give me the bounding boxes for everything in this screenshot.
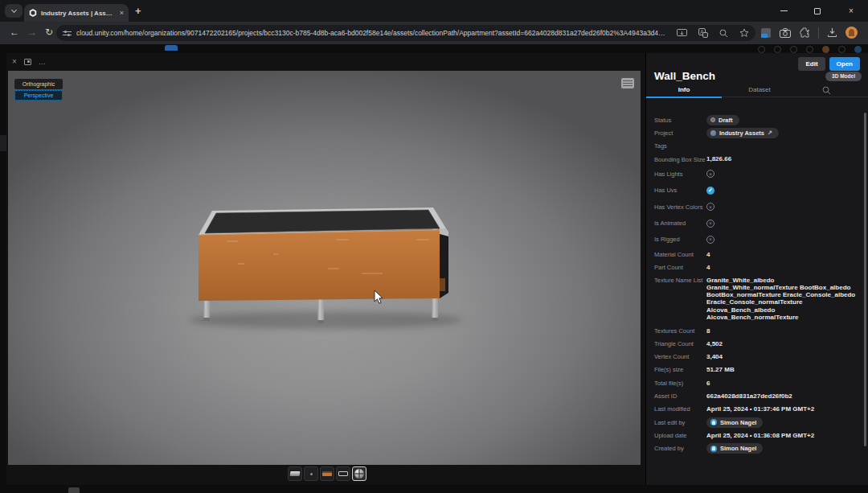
user-avatar-icon (710, 419, 717, 425)
modal-close-icon[interactable]: × (12, 58, 17, 66)
render-mode-matcap-button[interactable] (352, 466, 366, 481)
new-tab-button[interactable]: + (135, 5, 141, 17)
background-header-icons (758, 46, 862, 53)
forward-button[interactable]: → (27, 27, 37, 38)
field-row-project: ProjectIndustry Assets↗ (654, 126, 859, 139)
project-icon (710, 130, 716, 136)
field-label-last-edit-by: Last edit by (654, 419, 706, 426)
field-row-tags: Tags (654, 140, 859, 153)
field-label-is-rigged: Is Rigged (654, 236, 706, 243)
edit-button[interactable]: Edit (798, 57, 825, 71)
back-button[interactable]: ← (10, 27, 19, 38)
status-badge: Draft (706, 115, 739, 125)
render-mode-wireframe-button[interactable] (336, 466, 350, 481)
maximize-icon (814, 8, 821, 14)
render-mode-points-button[interactable] (304, 466, 318, 481)
tab-info[interactable]: Info (646, 84, 722, 97)
extension-bookmarks-icon[interactable] (760, 27, 772, 39)
wall-bench-model[interactable] (8, 71, 641, 465)
x-circle-icon: × (706, 220, 714, 228)
render-mode-albedo-button[interactable] (320, 466, 334, 481)
url-bar[interactable]: cloud.unity.com/home/organizations/90714… (56, 25, 755, 41)
field-label-tags: Tags (654, 142, 706, 150)
site-settings-icon[interactable] (63, 30, 72, 37)
matcap-icon (354, 469, 364, 479)
field-row-has-lights: Has Lights× (654, 166, 859, 182)
mouse-cursor (374, 290, 384, 305)
browser-tab-strip: Industry Assets | Assets | Unity × + × (0, 0, 868, 22)
window-minimize-button[interactable] (767, 0, 800, 22)
open-project-icon: ↗ (768, 129, 772, 136)
field-label-total-file-s: Total file(s) (654, 380, 706, 387)
expand-icon[interactable] (24, 59, 31, 65)
field-label-is-animated: Is Animated (654, 220, 706, 227)
viewport-3d[interactable]: OrthographicPerspective (8, 71, 641, 465)
field-row-textures-count: Textures Count8 (654, 324, 859, 337)
field-label-upload-date: Upload date (654, 432, 706, 439)
panel-search-icon[interactable] (822, 86, 831, 95)
translate-icon[interactable]: A (698, 28, 708, 38)
open-button[interactable]: Open (829, 57, 860, 71)
field-row-has-vertex-colors: Has Vertex Colors× (654, 199, 859, 215)
extension-camera-icon[interactable] (780, 28, 791, 38)
field-row-part-count: Part Count4 (654, 261, 859, 273)
render-mode-shaded-button[interactable] (288, 466, 302, 481)
window-maximize-button[interactable] (800, 0, 834, 22)
background-header-icon (838, 46, 845, 53)
field-row-last-edit-by: Last edit bySimon Nagel (654, 416, 859, 429)
panel-scrollbar[interactable] (864, 113, 866, 446)
downloads-icon[interactable] (827, 27, 837, 38)
window-close-button[interactable]: × (834, 0, 868, 22)
tab-title: Industry Assets | Assets | Unity (41, 10, 116, 17)
more-options-icon[interactable]: … (39, 58, 47, 66)
field-label-material-count: Material Count (654, 251, 706, 258)
asset-type-badge: 3D Model (825, 72, 862, 81)
browser-profile-avatar[interactable] (845, 27, 858, 39)
field-label-part-count: Part Count (654, 264, 706, 271)
background-header-icon (790, 46, 797, 53)
panel-tabs: InfoDataset (646, 84, 868, 97)
url-text[interactable]: cloud.unity.com/home/organizations/90714… (76, 29, 665, 37)
project-badge[interactable]: Industry Assets↗ (706, 128, 779, 138)
window-controls: × (767, 0, 868, 22)
field-value-vertex-count: 3,404 (706, 353, 723, 360)
field-label-vertex-count: Vertex Count (654, 353, 706, 360)
reload-button[interactable]: ↻ (45, 27, 53, 38)
tab-search-button[interactable] (5, 4, 23, 18)
browser-tab-active[interactable]: Industry Assets | Assets | Unity × (24, 4, 129, 22)
x-circle-icon: × (706, 203, 714, 211)
background-bottom-partial (68, 487, 80, 493)
background-user-avatar (854, 46, 862, 53)
unity-favicon-icon (29, 9, 37, 17)
field-row-upload-date: Upload dateApril 25, 2024 • 01:36:08 PM … (654, 429, 859, 442)
field-label-created-by: Created by (654, 445, 706, 452)
extensions-puzzle-icon[interactable] (799, 27, 810, 39)
check-circle-icon: ✓ (706, 187, 714, 195)
field-label-has-uvs: Has Uvs (654, 187, 706, 194)
field-row-file-s-size: File(s) size51.27 MB (654, 364, 859, 376)
wireframe-icon (338, 471, 348, 476)
cast-save-icon[interactable] (677, 29, 687, 38)
field-value-file-s-size: 51.27 MB (706, 366, 735, 373)
tab-dataset[interactable]: Dataset (722, 84, 797, 97)
background-header-icon (758, 46, 765, 53)
field-row-created-by: Created bySimon Nagel (654, 442, 859, 455)
field-row-has-uvs: Has Uvs✓ (654, 183, 859, 199)
field-label-has-vertex-colors: Has Vertex Colors (654, 203, 706, 211)
field-row-is-animated: Is Animated× (654, 215, 859, 231)
field-value-material-count: 4 (706, 251, 710, 258)
background-header-icon (806, 46, 813, 53)
tab-close-icon[interactable]: × (120, 10, 124, 17)
bench-granite-top (205, 210, 440, 233)
field-value-textures-count: 8 (706, 327, 710, 335)
bookmark-star-icon[interactable] (739, 28, 749, 38)
asset-title: Wall_Bench (654, 70, 715, 82)
field-label-triangle-count: Triangle Count (654, 340, 706, 347)
field-row-vertex-count: Vertex Count3,404 (654, 351, 859, 364)
user-name: Simon Nagel (720, 445, 756, 452)
background-help-avatar (822, 46, 829, 53)
zoom-icon[interactable] (719, 29, 728, 38)
field-row-last-modified: Last modifiedApril 25, 2024 • 01:37:46 P… (654, 403, 859, 416)
x-circle-icon: × (706, 170, 714, 178)
field-value-upload-date: April 25, 2024 • 01:36:08 PM GMT+2 (706, 432, 814, 439)
